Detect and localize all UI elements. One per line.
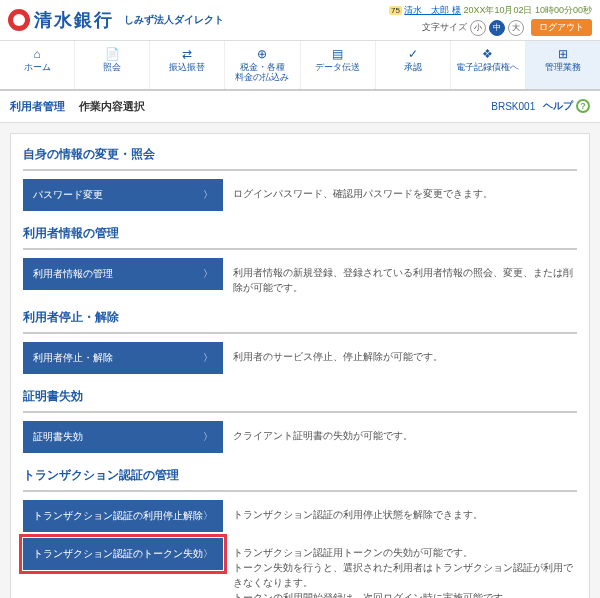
- action-button[interactable]: トランザクション認証のトークン失効〉: [23, 538, 223, 570]
- user-name-link[interactable]: 清水 太郎 様: [404, 5, 461, 15]
- section-title: 証明書失効: [23, 388, 577, 413]
- action-button[interactable]: パスワード変更〉: [23, 179, 223, 211]
- item-description: トランザクション認証の利用停止状態を解除できます。: [233, 500, 577, 522]
- item-row: 利用者停止・解除〉利用者のサービス停止、停止解除が可能です。: [23, 342, 577, 374]
- nav-icon: 📄: [77, 47, 147, 61]
- bank-name: 清水銀行: [34, 8, 114, 32]
- item-description: 利用者情報の新規登録、登録されている利用者情報の照会、変更、または削除が可能です…: [233, 258, 577, 295]
- item-description: トランザクション認証用トークンの失効が可能です。 トークン失効を行うと、選択され…: [233, 538, 577, 598]
- breadcrumb-current: 作業内容選択: [79, 99, 145, 114]
- button-label: トランザクション認証のトークン失効: [33, 547, 203, 561]
- main-nav: ⌂ホーム📄照会⇄振込振替⊕税金・各種 料金の払込み▤データ伝送✓承認❖電子記録債…: [0, 41, 600, 91]
- font-small-button[interactable]: 小: [470, 20, 486, 36]
- nav-label: ホーム: [2, 63, 72, 73]
- section: 証明書失効証明書失効〉クライアント証明書の失効が可能です。: [23, 388, 577, 453]
- action-button[interactable]: 証明書失効〉: [23, 421, 223, 453]
- chevron-right-icon: 〉: [203, 188, 213, 202]
- nav-item-2[interactable]: ⇄振込振替: [150, 41, 225, 89]
- item-row: トランザクション認証のトークン失効〉トランザクション認証用トークンの失効が可能で…: [23, 538, 577, 598]
- nav-item-3[interactable]: ⊕税金・各種 料金の払込み: [225, 41, 300, 89]
- nav-label: 税金・各種 料金の払込み: [227, 63, 297, 83]
- screen-code: BRSK001: [491, 101, 535, 112]
- nav-item-6[interactable]: ❖電子記録債権へ: [451, 41, 526, 89]
- nav-label: 承認: [378, 63, 448, 73]
- font-large-button[interactable]: 大: [508, 20, 524, 36]
- section-title: 利用者停止・解除: [23, 309, 577, 334]
- section: トランザクション認証の管理トランザクション認証の利用停止解除〉トランザクション認…: [23, 467, 577, 598]
- item-row: パスワード変更〉ログインパスワード、確認用パスワードを変更できます。: [23, 179, 577, 211]
- action-button[interactable]: 利用者停止・解除〉: [23, 342, 223, 374]
- nav-label: 電子記録債権へ: [453, 63, 523, 73]
- logout-button[interactable]: ログアウト: [531, 19, 592, 36]
- logo-area: 清水銀行 しみず法人ダイレクト: [8, 8, 224, 32]
- chevron-right-icon: 〉: [203, 351, 213, 365]
- chevron-right-icon: 〉: [203, 267, 213, 281]
- font-mid-button[interactable]: 中: [489, 20, 505, 36]
- nav-label: 管理業務: [528, 63, 598, 73]
- section-title: 自身の情報の変更・照会: [23, 146, 577, 171]
- button-label: 利用者情報の管理: [33, 267, 113, 281]
- item-row: 証明書失効〉クライアント証明書の失効が可能です。: [23, 421, 577, 453]
- content-panel: 自身の情報の変更・照会パスワード変更〉ログインパスワード、確認用パスワードを変更…: [10, 133, 590, 598]
- nav-label: 振込振替: [152, 63, 222, 73]
- button-label: 証明書失効: [33, 430, 83, 444]
- font-size-label: 文字サイズ: [422, 21, 467, 34]
- button-label: トランザクション認証の利用停止解除: [33, 509, 203, 523]
- chevron-right-icon: 〉: [203, 547, 213, 561]
- breadcrumb-bar: 利用者管理 作業内容選択 BRSK001 ヘルプ ?: [0, 91, 600, 123]
- button-label: パスワード変更: [33, 188, 103, 202]
- item-description: ログインパスワード、確認用パスワードを変更できます。: [233, 179, 577, 201]
- section: 利用者情報の管理利用者情報の管理〉利用者情報の新規登録、登録されている利用者情報…: [23, 225, 577, 295]
- button-label: 利用者停止・解除: [33, 351, 113, 365]
- nav-icon: ❖: [453, 47, 523, 61]
- nav-icon: ⇄: [152, 47, 222, 61]
- nav-item-5[interactable]: ✓承認: [376, 41, 451, 89]
- help-link[interactable]: ヘルプ ?: [543, 99, 590, 113]
- item-description: 利用者のサービス停止、停止解除が可能です。: [233, 342, 577, 364]
- item-row: トランザクション認証の利用停止解除〉トランザクション認証の利用停止状態を解除でき…: [23, 500, 577, 532]
- nav-icon: ⊞: [528, 47, 598, 61]
- section: 利用者停止・解除利用者停止・解除〉利用者のサービス停止、停止解除が可能です。: [23, 309, 577, 374]
- section-title: 利用者情報の管理: [23, 225, 577, 250]
- item-description: クライアント証明書の失効が可能です。: [233, 421, 577, 443]
- nav-item-0[interactable]: ⌂ホーム: [0, 41, 75, 89]
- chevron-right-icon: 〉: [203, 430, 213, 444]
- header: 清水銀行 しみず法人ダイレクト 75 清水 太郎 様 20XX年10月02日 1…: [0, 0, 600, 41]
- nav-icon: ⌂: [2, 47, 72, 61]
- nav-item-1[interactable]: 📄照会: [75, 41, 150, 89]
- nav-label: 照会: [77, 63, 147, 73]
- section-title: トランザクション認証の管理: [23, 467, 577, 492]
- nav-icon: ▤: [303, 47, 373, 61]
- breadcrumb-link[interactable]: 利用者管理: [10, 99, 65, 114]
- nav-label: データ伝送: [303, 63, 373, 73]
- user-info: 75 清水 太郎 様 20XX年10月02日 10時00分00秒 文字サイズ 小…: [389, 4, 592, 36]
- help-icon: ?: [576, 99, 590, 113]
- nav-icon: ⊕: [227, 47, 297, 61]
- login-datetime: 20XX年10月02日 10時00分00秒: [463, 5, 592, 15]
- action-button[interactable]: 利用者情報の管理〉: [23, 258, 223, 290]
- item-row: 利用者情報の管理〉利用者情報の新規登録、登録されている利用者情報の照会、変更、ま…: [23, 258, 577, 295]
- nav-icon: ✓: [378, 47, 448, 61]
- chevron-right-icon: 〉: [203, 509, 213, 523]
- nav-item-4[interactable]: ▤データ伝送: [301, 41, 376, 89]
- service-subtitle: しみず法人ダイレクト: [124, 13, 224, 27]
- nav-item-7[interactable]: ⊞管理業務: [526, 41, 600, 89]
- section: 自身の情報の変更・照会パスワード変更〉ログインパスワード、確認用パスワードを変更…: [23, 146, 577, 211]
- bank-logo-icon: [8, 9, 30, 31]
- uid-badge: 75: [389, 6, 402, 15]
- action-button[interactable]: トランザクション認証の利用停止解除〉: [23, 500, 223, 532]
